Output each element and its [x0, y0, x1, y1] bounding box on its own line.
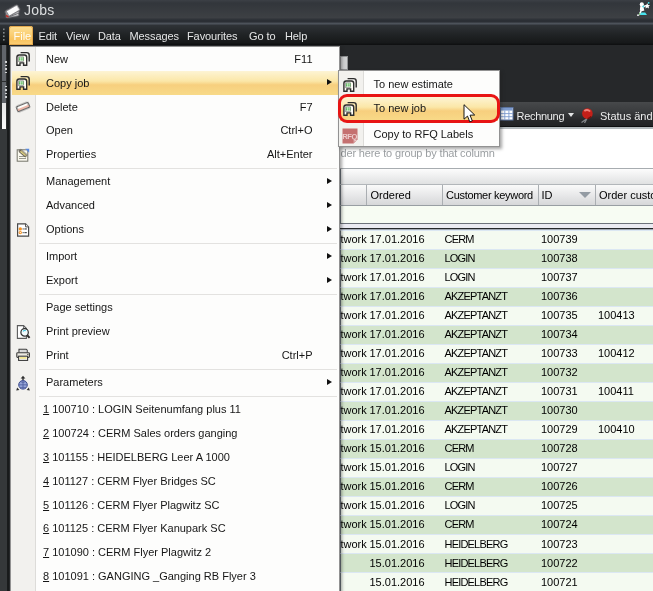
svg-text:RFQ: RFQ [342, 132, 357, 141]
